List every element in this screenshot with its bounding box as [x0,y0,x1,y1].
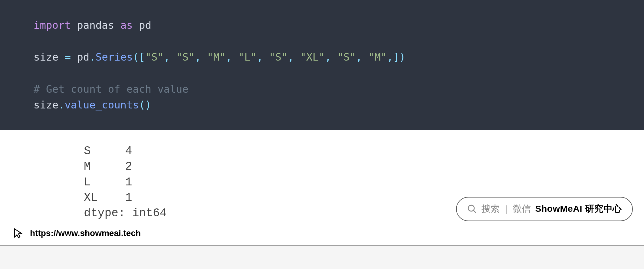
footer-url[interactable]: https://www.showmeai.tech [30,228,141,238]
search-pill[interactable]: 搜索 | 微信 ShowMeAI 研究中心 [456,197,633,221]
wechat-label: 微信 [513,203,531,215]
comma: , [356,51,362,63]
search-label: 搜索 [481,203,500,215]
var-name: size [34,51,58,63]
lparen: ( [139,99,145,111]
str-lit: "S" [269,51,288,63]
document-card: import pandas as pd size = pd.Series(["S… [0,0,644,246]
output-rows: S 4 M 2 L 1 XL 1 [84,144,132,204]
keyword-import: import [34,19,71,31]
keyword-as: as [120,19,133,31]
str-lit: "M" [368,51,387,63]
dot: . [58,99,64,111]
comma: , [288,51,294,63]
rparen: ) [399,51,405,63]
sp [362,51,368,63]
search-icon [467,204,477,214]
sp [170,51,176,63]
comma: , [257,51,263,63]
svg-point-0 [468,205,474,211]
str-lit: "S" [176,51,195,63]
lbracket: [ [139,51,145,63]
obj-name: pd [77,51,89,63]
code-line-6: size.value_counts() [34,99,151,111]
str-lit: "S" [145,51,164,63]
str-lit: "S" [337,51,356,63]
comma: , [195,51,201,63]
lparen: ( [133,51,139,63]
code-line-1: import pandas as pd [34,19,151,31]
comma: , [164,51,170,63]
cursor-icon [12,227,25,239]
sp [331,51,337,63]
sp [263,51,269,63]
rbracket: ] [393,51,399,63]
sp [294,51,300,63]
comma: , [387,51,393,63]
alias-name: pd [139,19,151,31]
comma: , [325,51,331,63]
str-lit: "L" [238,51,257,63]
code-comment: # Get count of each value [34,83,189,95]
code-block: import pandas as pd size = pd.Series(["S… [0,0,644,130]
equals-op: = [64,51,71,63]
svg-line-1 [473,210,476,213]
func-series: Series [96,51,133,63]
func-value-counts: value_counts [64,99,139,111]
obj-name: size [34,99,58,111]
separator: | [504,204,509,214]
sp [201,51,207,63]
output-dtype: dtype: int64 [84,207,167,220]
footer: https://www.showmeai.tech [0,224,644,245]
dot: . [89,51,95,63]
sp [232,51,238,63]
str-lit: "XL" [300,51,325,63]
comma: , [226,51,232,63]
str-lit: "M" [207,51,225,63]
brand-label: ShowMeAI 研究中心 [535,203,622,215]
url-row: https://www.showmeai.tech [12,227,141,239]
rparen: ) [145,99,151,111]
module-name: pandas [77,19,114,31]
code-line-3: size = pd.Series(["S", "S", "M", "L", "S… [34,51,406,63]
